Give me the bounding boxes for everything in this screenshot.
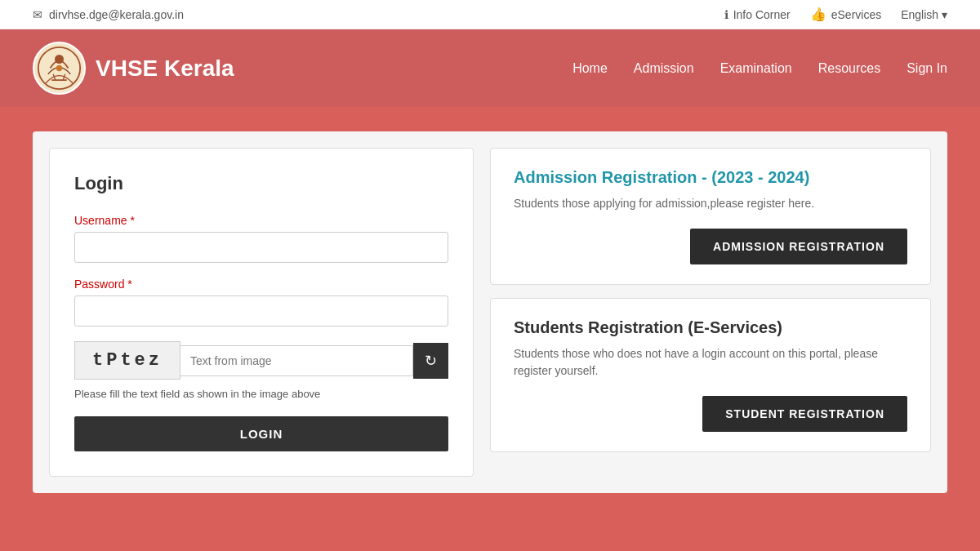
thumbsup-icon (810, 7, 826, 22)
refresh-icon (425, 352, 437, 370)
email-icon (33, 8, 42, 21)
logo-image (33, 42, 86, 95)
info-corner-link[interactable]: Info Corner (724, 8, 791, 21)
logo-area: VHSE Kerala (33, 42, 234, 95)
captcha-hint: Please fill the text field as shown in t… (74, 388, 448, 400)
info-corner-label: Info Corner (733, 8, 791, 21)
main-background: Login Username * Password * tPtez (0, 107, 980, 518)
students-reg-card: Students Registration (E-Services) Stude… (490, 298, 931, 452)
language-selector[interactable]: English ▾ (901, 8, 947, 21)
nav-admission[interactable]: Admission (634, 61, 694, 76)
right-column: Admission Registration - (2023 - 2024) S… (490, 148, 931, 477)
username-group: Username * (74, 214, 448, 263)
top-bar-left: dirvhse.dge@kerala.gov.in (33, 8, 184, 21)
eservices-link[interactable]: eServices (810, 7, 881, 22)
password-required: * (127, 278, 131, 291)
site-name: VHSE Kerala (96, 56, 234, 82)
admission-year: (2023 - 2024) (711, 168, 809, 186)
info-icon (724, 8, 728, 21)
nav-resources[interactable]: Resources (818, 61, 880, 76)
top-bar-right: Info Corner eServices English ▾ (724, 7, 947, 22)
username-label: Username * (74, 214, 448, 227)
top-bar: dirvhse.dge@kerala.gov.in Info Corner eS… (0, 0, 980, 29)
nav-examination[interactable]: Examination (720, 61, 792, 76)
captcha-row: tPtez (74, 341, 448, 380)
admission-registration-button[interactable]: ADMISSION REGISTRATION (690, 229, 907, 264)
password-label: Password * (74, 278, 448, 291)
student-registration-button[interactable]: STUDENT REGISTRATION (702, 396, 907, 432)
nav-home[interactable]: Home (572, 61, 608, 76)
captcha-input[interactable] (180, 345, 413, 376)
admission-title: Admission Registration - (2023 - 2024) (514, 168, 907, 187)
main-nav: Home Admission Examination Resources Sig… (572, 61, 947, 76)
students-reg-description: Students those who does not have a login… (514, 345, 907, 380)
students-reg-title: Students Registration (E-Services) (514, 318, 907, 337)
admission-card: Admission Registration - (2023 - 2024) S… (490, 148, 931, 285)
eservices-label: eServices (831, 8, 881, 21)
svg-point-2 (56, 65, 62, 71)
captcha-image: tPtez (74, 341, 180, 380)
login-button[interactable]: LOGIN (74, 416, 448, 451)
login-title: Login (74, 173, 448, 194)
password-input[interactable] (74, 295, 448, 327)
password-group: Password * (74, 278, 448, 327)
login-card: Login Username * Password * tPtez (49, 148, 474, 477)
admission-description: Students those applying for admission,pl… (514, 195, 907, 212)
content-wrapper: Login Username * Password * tPtez (33, 131, 947, 493)
nav-signin[interactable]: Sign In (906, 61, 947, 76)
username-required: * (130, 214, 134, 227)
captcha-refresh-button[interactable] (413, 343, 448, 379)
header: VHSE Kerala Home Admission Examination R… (0, 29, 980, 107)
email-address: dirvhse.dge@kerala.gov.in (49, 8, 184, 21)
username-input[interactable] (74, 232, 448, 263)
